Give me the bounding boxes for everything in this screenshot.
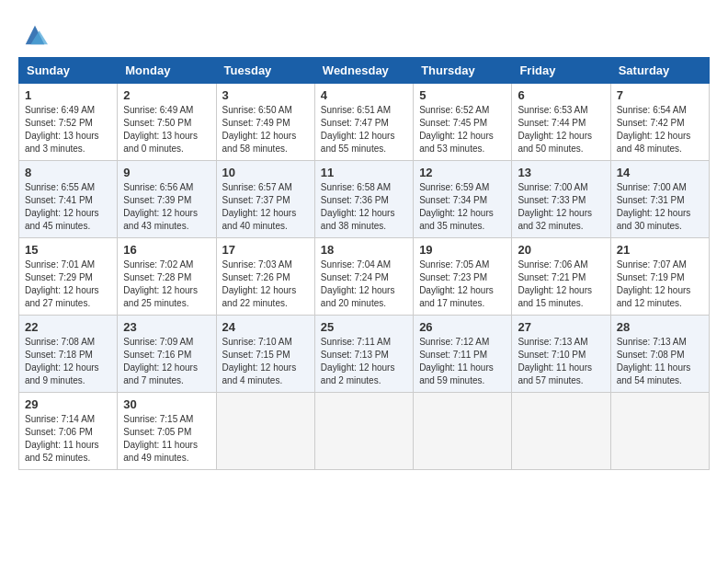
calendar-day-cell: 8 Sunrise: 6:55 AMSunset: 7:41 PMDayligh… bbox=[19, 161, 118, 238]
day-number: 30 bbox=[123, 397, 210, 411]
calendar-day-cell: 25 Sunrise: 7:11 AMSunset: 7:13 PMDaylig… bbox=[314, 316, 413, 393]
day-number: 24 bbox=[222, 320, 309, 334]
calendar-day-cell: 17 Sunrise: 7:03 AMSunset: 7:26 PMDaylig… bbox=[216, 238, 314, 316]
calendar-day-cell: 30 Sunrise: 7:15 AMSunset: 7:05 PMDaylig… bbox=[118, 393, 216, 470]
calendar-day-cell: 10 Sunrise: 6:57 AMSunset: 7:37 PMDaylig… bbox=[216, 161, 314, 238]
calendar-week-row: 22 Sunrise: 7:08 AMSunset: 7:18 PMDaylig… bbox=[19, 316, 710, 393]
day-detail: Sunrise: 7:10 AMSunset: 7:15 PMDaylight:… bbox=[222, 336, 309, 387]
day-number: 21 bbox=[617, 243, 703, 257]
calendar-day-cell: 2 Sunrise: 6:49 AMSunset: 7:50 PMDayligh… bbox=[118, 84, 216, 161]
calendar-day-cell: 28 Sunrise: 7:13 AMSunset: 7:08 PMDaylig… bbox=[610, 316, 709, 393]
calendar-day-cell: 20 Sunrise: 7:06 AMSunset: 7:21 PMDaylig… bbox=[512, 238, 610, 316]
day-number: 1 bbox=[25, 88, 111, 102]
day-detail: Sunrise: 6:56 AMSunset: 7:39 PMDaylight:… bbox=[123, 181, 210, 233]
calendar-day-cell bbox=[314, 393, 413, 470]
day-detail: Sunrise: 7:00 AMSunset: 7:31 PMDaylight:… bbox=[617, 181, 703, 233]
day-detail: Sunrise: 6:52 AMSunset: 7:45 PMDaylight:… bbox=[419, 104, 506, 155]
calendar-day-cell: 7 Sunrise: 6:54 AMSunset: 7:42 PMDayligh… bbox=[610, 84, 709, 161]
calendar-header-row: SundayMondayTuesdayWednesdayThursdayFrid… bbox=[19, 58, 710, 84]
calendar-header-friday: Friday bbox=[512, 58, 610, 84]
calendar-day-cell: 23 Sunrise: 7:09 AMSunset: 7:16 PMDaylig… bbox=[118, 316, 216, 393]
calendar-day-cell: 4 Sunrise: 6:51 AMSunset: 7:47 PMDayligh… bbox=[314, 84, 413, 161]
calendar-day-cell: 29 Sunrise: 7:14 AMSunset: 7:06 PMDaylig… bbox=[19, 393, 118, 470]
day-detail: Sunrise: 7:07 AMSunset: 7:19 PMDaylight:… bbox=[617, 259, 703, 310]
calendar-day-cell: 15 Sunrise: 7:01 AMSunset: 7:29 PMDaylig… bbox=[19, 238, 118, 316]
calendar-week-row: 1 Sunrise: 6:49 AMSunset: 7:52 PMDayligh… bbox=[19, 84, 710, 161]
calendar-day-cell: 12 Sunrise: 6:59 AMSunset: 7:34 PMDaylig… bbox=[414, 161, 512, 238]
day-number: 13 bbox=[518, 166, 604, 179]
day-number: 15 bbox=[25, 243, 111, 257]
day-number: 23 bbox=[123, 320, 210, 334]
calendar-day-cell: 19 Sunrise: 7:05 AMSunset: 7:23 PMDaylig… bbox=[414, 238, 512, 316]
day-detail: Sunrise: 6:54 AMSunset: 7:42 PMDaylight:… bbox=[617, 104, 703, 155]
calendar-day-cell: 11 Sunrise: 6:58 AMSunset: 7:36 PMDaylig… bbox=[314, 161, 413, 238]
calendar-week-row: 29 Sunrise: 7:14 AMSunset: 7:06 PMDaylig… bbox=[19, 393, 710, 470]
day-detail: Sunrise: 6:58 AMSunset: 7:36 PMDaylight:… bbox=[321, 181, 407, 233]
day-number: 28 bbox=[617, 320, 703, 334]
day-detail: Sunrise: 7:06 AMSunset: 7:21 PMDaylight:… bbox=[518, 259, 604, 310]
calendar-day-cell: 26 Sunrise: 7:12 AMSunset: 7:11 PMDaylig… bbox=[414, 316, 512, 393]
calendar-day-cell: 9 Sunrise: 6:56 AMSunset: 7:39 PMDayligh… bbox=[118, 161, 216, 238]
calendar-table: SundayMondayTuesdayWednesdayThursdayFrid… bbox=[18, 57, 710, 470]
page-header bbox=[18, 18, 710, 48]
day-number: 4 bbox=[321, 88, 407, 102]
day-detail: Sunrise: 6:59 AMSunset: 7:34 PMDaylight:… bbox=[419, 181, 506, 233]
day-detail: Sunrise: 7:15 AMSunset: 7:05 PMDaylight:… bbox=[123, 413, 210, 465]
day-detail: Sunrise: 7:11 AMSunset: 7:13 PMDaylight:… bbox=[321, 336, 407, 387]
calendar-day-cell: 14 Sunrise: 7:00 AMSunset: 7:31 PMDaylig… bbox=[610, 161, 709, 238]
day-number: 22 bbox=[25, 320, 111, 334]
day-detail: Sunrise: 6:53 AMSunset: 7:44 PMDaylight:… bbox=[518, 104, 604, 155]
day-detail: Sunrise: 7:02 AMSunset: 7:28 PMDaylight:… bbox=[123, 259, 210, 310]
day-detail: Sunrise: 7:13 AMSunset: 7:08 PMDaylight:… bbox=[617, 336, 703, 387]
day-detail: Sunrise: 6:49 AMSunset: 7:50 PMDaylight:… bbox=[123, 104, 210, 155]
day-number: 7 bbox=[617, 88, 703, 102]
calendar-day-cell: 18 Sunrise: 7:04 AMSunset: 7:24 PMDaylig… bbox=[314, 238, 413, 316]
calendar-header-wednesday: Wednesday bbox=[314, 58, 413, 84]
logo-icon bbox=[22, 22, 48, 48]
day-detail: Sunrise: 7:01 AMSunset: 7:29 PMDaylight:… bbox=[25, 259, 111, 310]
calendar-day-cell: 5 Sunrise: 6:52 AMSunset: 7:45 PMDayligh… bbox=[414, 84, 512, 161]
day-detail: Sunrise: 7:09 AMSunset: 7:16 PMDaylight:… bbox=[123, 336, 210, 387]
day-number: 18 bbox=[321, 243, 407, 257]
day-detail: Sunrise: 6:57 AMSunset: 7:37 PMDaylight:… bbox=[222, 181, 309, 233]
day-detail: Sunrise: 6:55 AMSunset: 7:41 PMDaylight:… bbox=[25, 181, 111, 233]
day-number: 14 bbox=[617, 166, 703, 179]
calendar-header-saturday: Saturday bbox=[610, 58, 709, 84]
calendar-day-cell: 6 Sunrise: 6:53 AMSunset: 7:44 PMDayligh… bbox=[512, 84, 610, 161]
calendar-day-cell: 21 Sunrise: 7:07 AMSunset: 7:19 PMDaylig… bbox=[610, 238, 709, 316]
day-number: 9 bbox=[123, 166, 210, 179]
calendar-day-cell: 27 Sunrise: 7:13 AMSunset: 7:10 PMDaylig… bbox=[512, 316, 610, 393]
calendar-week-row: 8 Sunrise: 6:55 AMSunset: 7:41 PMDayligh… bbox=[19, 161, 710, 238]
day-detail: Sunrise: 7:05 AMSunset: 7:23 PMDaylight:… bbox=[419, 259, 506, 310]
calendar-day-cell bbox=[216, 393, 314, 470]
calendar-day-cell bbox=[414, 393, 512, 470]
day-number: 11 bbox=[321, 166, 407, 179]
calendar-day-cell: 16 Sunrise: 7:02 AMSunset: 7:28 PMDaylig… bbox=[118, 238, 216, 316]
day-detail: Sunrise: 7:00 AMSunset: 7:33 PMDaylight:… bbox=[518, 181, 604, 233]
calendar-header-thursday: Thursday bbox=[414, 58, 512, 84]
day-number: 29 bbox=[25, 397, 111, 411]
calendar-header-monday: Monday bbox=[118, 58, 216, 84]
calendar-day-cell: 24 Sunrise: 7:10 AMSunset: 7:15 PMDaylig… bbox=[216, 316, 314, 393]
day-number: 2 bbox=[123, 88, 210, 102]
day-number: 17 bbox=[222, 243, 309, 257]
calendar-day-cell: 22 Sunrise: 7:08 AMSunset: 7:18 PMDaylig… bbox=[19, 316, 118, 393]
day-detail: Sunrise: 7:14 AMSunset: 7:06 PMDaylight:… bbox=[25, 413, 111, 465]
day-number: 25 bbox=[321, 320, 407, 334]
day-number: 27 bbox=[518, 320, 604, 334]
calendar-header-sunday: Sunday bbox=[19, 58, 118, 84]
day-detail: Sunrise: 6:51 AMSunset: 7:47 PMDaylight:… bbox=[321, 104, 407, 155]
day-number: 6 bbox=[518, 88, 604, 102]
day-number: 10 bbox=[222, 166, 309, 179]
calendar-day-cell bbox=[610, 393, 709, 470]
day-number: 12 bbox=[419, 166, 506, 179]
day-detail: Sunrise: 7:13 AMSunset: 7:10 PMDaylight:… bbox=[518, 336, 604, 387]
day-number: 19 bbox=[419, 243, 506, 257]
day-detail: Sunrise: 7:04 AMSunset: 7:24 PMDaylight:… bbox=[321, 259, 407, 310]
day-number: 16 bbox=[123, 243, 210, 257]
day-number: 20 bbox=[518, 243, 604, 257]
calendar-day-cell bbox=[512, 393, 610, 470]
day-detail: Sunrise: 7:12 AMSunset: 7:11 PMDaylight:… bbox=[419, 336, 506, 387]
day-detail: Sunrise: 6:50 AMSunset: 7:49 PMDaylight:… bbox=[222, 104, 309, 155]
day-number: 8 bbox=[25, 166, 111, 179]
